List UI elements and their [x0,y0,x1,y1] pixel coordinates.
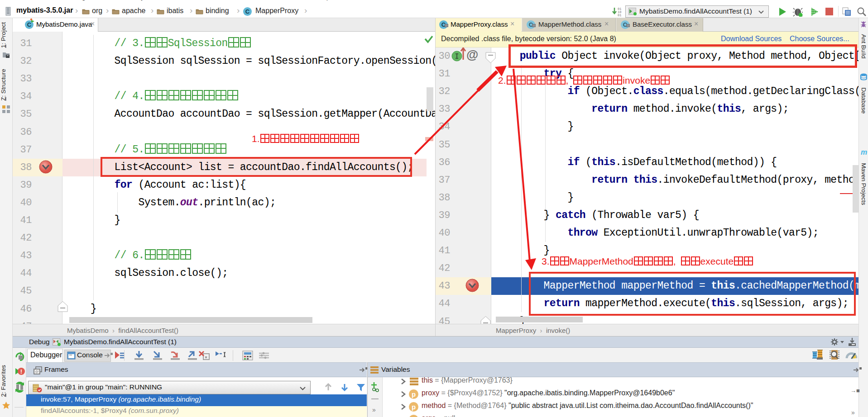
svg-text:01: 01 [618,14,621,17]
svg-text:!: ! [20,368,22,375]
